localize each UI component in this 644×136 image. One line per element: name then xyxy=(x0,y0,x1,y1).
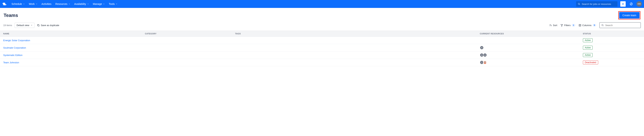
nav-item-tools[interactable]: Tools xyxy=(107,1,119,7)
teams-table: Name Category Tags Current Resources Sta… xyxy=(0,31,644,66)
table-search-input[interactable] xyxy=(605,24,639,27)
team-link[interactable]: Soulmate Corporation xyxy=(3,46,26,49)
table-header: Name Category Tags Current Resources Sta… xyxy=(0,31,644,37)
columns-label: Columns xyxy=(582,24,592,27)
svg-point-2 xyxy=(578,3,580,5)
filters-count: 1 xyxy=(572,24,575,27)
svg-line-3 xyxy=(579,4,580,5)
sync-button[interactable] xyxy=(628,1,634,7)
chevron-down-icon xyxy=(103,3,105,5)
duplicate-icon xyxy=(37,24,40,27)
svg-point-17 xyxy=(484,62,486,63)
status-badge: Active xyxy=(583,53,593,57)
sync-icon xyxy=(630,2,633,6)
nav-item-label: Work xyxy=(29,3,34,6)
svg-rect-7 xyxy=(38,25,39,26)
resource-avatar-image[interactable] xyxy=(483,60,487,64)
table-row: Soulmate CorporationHActive xyxy=(0,44,644,51)
nav-item-availability[interactable]: Availability xyxy=(72,1,91,7)
svg-rect-12 xyxy=(579,24,581,26)
app-logo[interactable] xyxy=(2,2,7,7)
team-link[interactable]: Team Johnston xyxy=(3,61,19,64)
nav-item-label: Activities xyxy=(42,3,52,6)
nav-item-schedule[interactable]: Schedule xyxy=(10,1,26,7)
nav-item-activities[interactable]: Activities xyxy=(40,1,53,7)
global-search[interactable] xyxy=(576,1,618,7)
search-icon xyxy=(578,3,580,6)
logo-icon xyxy=(2,3,7,6)
add-button[interactable] xyxy=(620,1,626,7)
resource-avatar[interactable]: A xyxy=(483,53,487,57)
filters-label: Filters xyxy=(564,24,570,27)
columns-count: 5 xyxy=(592,24,596,27)
list-toolbar: 19 items Default view Save as duplicate … xyxy=(0,21,644,31)
table-search[interactable] xyxy=(600,22,641,28)
save-as-duplicate-button[interactable]: Save as duplicate xyxy=(37,24,59,27)
nav-item-work[interactable]: Work xyxy=(27,1,39,7)
col-name[interactable]: Name xyxy=(0,31,142,37)
svg-point-0 xyxy=(2,3,6,4)
table-row: Energic Solar CorporationActive xyxy=(0,37,644,44)
col-category[interactable]: Category xyxy=(142,31,232,37)
svg-point-1 xyxy=(3,4,6,5)
sort-label: Sort xyxy=(553,24,557,27)
chevron-down-icon xyxy=(36,3,38,5)
col-resources[interactable]: Current Resources xyxy=(476,31,580,37)
toolbar-left: 19 items Default view Save as duplicate xyxy=(3,23,59,28)
svg-point-15 xyxy=(602,24,603,26)
sort-icon xyxy=(549,24,552,27)
page-header: Teams Create team xyxy=(0,8,644,21)
columns-button[interactable]: Columns 5 xyxy=(578,24,596,27)
status-badge: Active xyxy=(583,46,593,50)
nav-item-manage[interactable]: Manage xyxy=(91,1,107,7)
nav-item-label: Manage xyxy=(93,3,102,6)
table-row: Systematic EditionAAActive xyxy=(0,51,644,59)
nav-item-label: Resources xyxy=(55,3,68,6)
table-row: Team JohnstonCDeactivated xyxy=(0,59,644,66)
filters-button[interactable]: Filters 1 xyxy=(560,24,575,27)
toolbar-right: Sort Filters 1 Columns 5 xyxy=(549,22,641,28)
plus-icon xyxy=(622,3,624,6)
team-link[interactable]: Systematic Edition xyxy=(3,54,22,57)
sort-button[interactable]: Sort xyxy=(549,24,557,27)
chevron-down-icon xyxy=(23,3,25,5)
status-badge: Active xyxy=(583,38,593,42)
chevron-down-icon xyxy=(68,3,70,5)
resource-avatars: AA xyxy=(480,53,576,57)
col-tags[interactable]: Tags xyxy=(232,31,476,37)
search-icon xyxy=(602,24,604,27)
chevron-down-icon xyxy=(31,24,32,26)
main-nav: ScheduleWorkActivitiesResourcesAvailabil… xyxy=(10,1,575,7)
svg-marker-11 xyxy=(561,24,563,26)
resource-avatars: H xyxy=(480,46,576,50)
item-count: 19 items xyxy=(3,24,12,27)
col-status[interactable]: Status xyxy=(580,31,644,37)
resource-avatars: C xyxy=(480,60,576,64)
chevron-down-icon xyxy=(87,3,89,5)
page-title: Teams xyxy=(4,13,18,18)
columns-icon xyxy=(578,24,581,27)
nav-item-label: Schedule xyxy=(12,3,22,6)
global-search-input[interactable] xyxy=(582,3,616,6)
chevron-down-icon xyxy=(116,3,118,5)
view-selector-label: Default view xyxy=(16,24,29,27)
create-team-highlight: Create team xyxy=(618,11,640,20)
status-badge: Deactivated xyxy=(583,60,598,64)
filter-icon xyxy=(560,24,563,27)
user-avatar[interactable]: HH xyxy=(636,1,642,7)
duplicate-label: Save as duplicate xyxy=(41,24,59,27)
create-team-button[interactable]: Create team xyxy=(619,12,640,19)
nav-item-label: Tools xyxy=(109,3,115,6)
svg-line-16 xyxy=(603,26,604,26)
table-body: Energic Solar CorporationActiveSoulmate … xyxy=(0,37,644,66)
nav-item-resources[interactable]: Resources xyxy=(54,1,72,7)
view-selector[interactable]: Default view xyxy=(14,23,34,28)
top-nav: ScheduleWorkActivitiesResourcesAvailabil… xyxy=(0,0,644,8)
nav-item-label: Availability xyxy=(74,3,86,6)
team-link[interactable]: Energic Solar Corporation xyxy=(3,39,30,42)
resource-avatar[interactable]: H xyxy=(480,46,484,50)
